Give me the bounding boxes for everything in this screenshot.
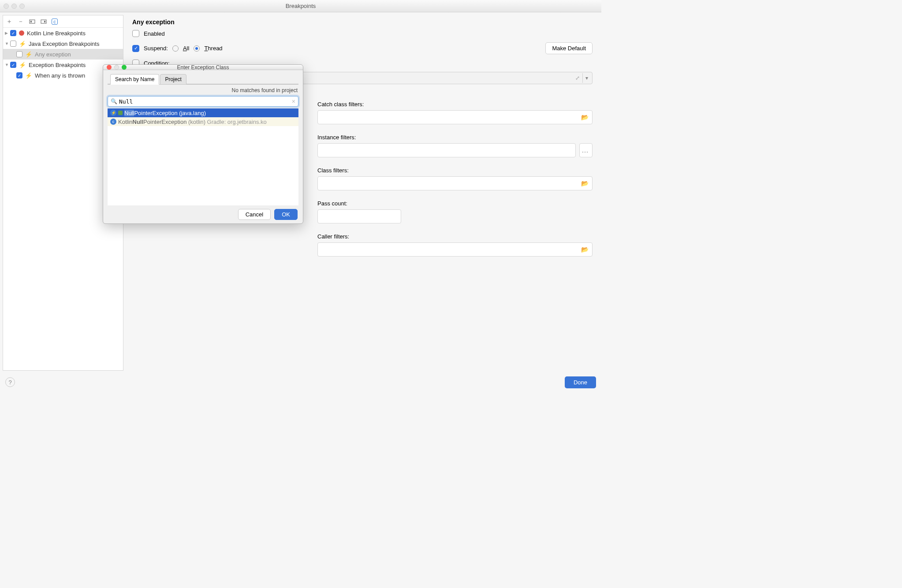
search-field[interactable]: [119, 98, 292, 105]
tab-search-by-name[interactable]: Search by Name: [110, 74, 159, 85]
instance-filters-input[interactable]: [317, 143, 576, 157]
result-text: NullPointerException (java.lang): [124, 110, 206, 116]
dialog-footer: Cancel OK: [103, 205, 303, 223]
dialog-titlebar: Enter Exception Class: [103, 65, 303, 70]
collapse-icon[interactable]: ▼: [5, 63, 9, 67]
enabled-checkbox[interactable]: [132, 30, 139, 37]
class-filters-input[interactable]: 📂: [317, 176, 593, 190]
add-icon[interactable]: ＋: [6, 18, 13, 25]
suspend-row: ✓ Suspend: All Thread Make Default: [132, 42, 593, 54]
suspend-label: Suspend:: [144, 45, 168, 52]
dialog-tabs: Search by Name Project: [108, 74, 298, 85]
checkbox[interactable]: [10, 41, 16, 47]
done-button[interactable]: Done: [565, 376, 596, 388]
enabled-row: Enabled: [132, 30, 593, 37]
svg-rect-3: [44, 21, 45, 22]
dialog-title: Enter Exception Class: [103, 64, 303, 71]
catch-filters-input[interactable]: 📂: [317, 110, 593, 124]
instance-filters-more-button[interactable]: …: [579, 143, 593, 157]
checkbox[interactable]: ✓: [16, 72, 22, 78]
radio-thread-label: Thread: [204, 45, 222, 52]
folder-icon[interactable]: 📂: [581, 246, 589, 253]
lang-icon: [118, 111, 123, 115]
ok-button[interactable]: OK: [274, 209, 298, 220]
dialog-status-text: No matches found in project: [108, 85, 298, 96]
svg-rect-2: [41, 20, 46, 23]
remove-icon[interactable]: －: [17, 18, 24, 25]
radio-all-label: All: [183, 45, 189, 52]
expand-icon[interactable]: ▶: [5, 31, 9, 35]
instance-filters-label: Instance filters:: [317, 134, 593, 141]
make-default-button[interactable]: Make Default: [545, 42, 593, 54]
bolt-icon: ⚡: [25, 51, 32, 58]
enabled-label: Enabled: [144, 30, 165, 37]
help-icon[interactable]: ?: [5, 377, 15, 387]
class-filters-label: Class filters:: [317, 167, 593, 174]
search-icon: 🔍: [111, 98, 117, 104]
collapse-icon[interactable]: ▼: [5, 41, 9, 46]
checkbox[interactable]: ✓: [10, 30, 16, 36]
dialog-body: Search by Name Project No matches found …: [103, 70, 303, 205]
enter-exception-class-dialog: Enter Exception Class Search by Name Pro…: [103, 64, 303, 224]
class-icon: c: [110, 119, 116, 125]
window-title: Breakpoints: [0, 3, 601, 9]
clear-icon[interactable]: ×: [292, 98, 295, 105]
result-text: KotlinNullPointerException (kotlin) Grad…: [118, 119, 267, 125]
history-dropdown-icon[interactable]: ▾: [582, 73, 590, 83]
sidebar-toolbar: ＋ － c: [3, 15, 123, 28]
radio-all[interactable]: [172, 45, 179, 52]
caller-filters-input[interactable]: 📂: [317, 242, 593, 257]
folder-icon[interactable]: 📂: [581, 180, 589, 187]
result-kotlin-npe[interactable]: c KotlinNullPointerException (kotlin) Gr…: [108, 117, 298, 126]
tree-item-label: When any is thrown: [35, 72, 85, 79]
breakpoint-dot-icon: [19, 30, 24, 36]
catch-filters-label: Catch class filters:: [317, 101, 593, 108]
radio-thread[interactable]: [194, 45, 200, 52]
folder-icon[interactable]: 📂: [581, 114, 589, 121]
tree-group-java-exception[interactable]: ▼ ⚡ Java Exception Breakpoints: [3, 38, 123, 49]
cancel-button[interactable]: Cancel: [238, 209, 271, 220]
checkbox[interactable]: [16, 51, 22, 57]
tree-group-label: Kotlin Line Breakpoints: [27, 30, 86, 37]
class-breakpoint-icon[interactable]: c: [52, 19, 58, 25]
tree-group-label: Exception Breakpoints: [29, 62, 86, 68]
svg-rect-1: [30, 21, 32, 22]
result-npe[interactable]: ⚡ NullPointerException (java.lang): [108, 108, 298, 117]
settings-heading: Any exception: [132, 19, 593, 26]
footer: ? Done: [0, 373, 601, 391]
bolt-icon: ⚡: [19, 41, 26, 47]
tree-item-label: Any exception: [35, 51, 71, 58]
suspend-checkbox[interactable]: ✓: [132, 45, 139, 52]
window-titlebar: Breakpoints: [0, 0, 601, 12]
group-by-file-icon[interactable]: [40, 18, 47, 25]
bolt-icon: ⚡: [25, 72, 32, 79]
search-input[interactable]: 🔍 ×: [108, 96, 298, 107]
tab-project[interactable]: Project: [160, 74, 186, 85]
expand-editor-icon[interactable]: ⤢: [574, 75, 581, 81]
group-by-type-icon[interactable]: [29, 18, 36, 25]
svg-rect-0: [30, 20, 35, 23]
search-results: ⚡ NullPointerException (java.lang) c Kot…: [108, 108, 298, 205]
caller-filters-label: Caller filters:: [317, 233, 593, 240]
tree-group-label: Java Exception Breakpoints: [29, 41, 99, 47]
pass-count-input[interactable]: [317, 209, 401, 223]
tree-group-kotlin[interactable]: ▶ ✓ Kotlin Line Breakpoints: [3, 28, 123, 38]
bolt-icon: ⚡: [19, 62, 26, 68]
class-icon: ⚡: [110, 110, 116, 116]
tree-item-any-exception[interactable]: ⚡ Any exception: [3, 49, 123, 60]
checkbox[interactable]: ✓: [10, 62, 16, 68]
pass-count-label: Pass count:: [317, 200, 593, 207]
